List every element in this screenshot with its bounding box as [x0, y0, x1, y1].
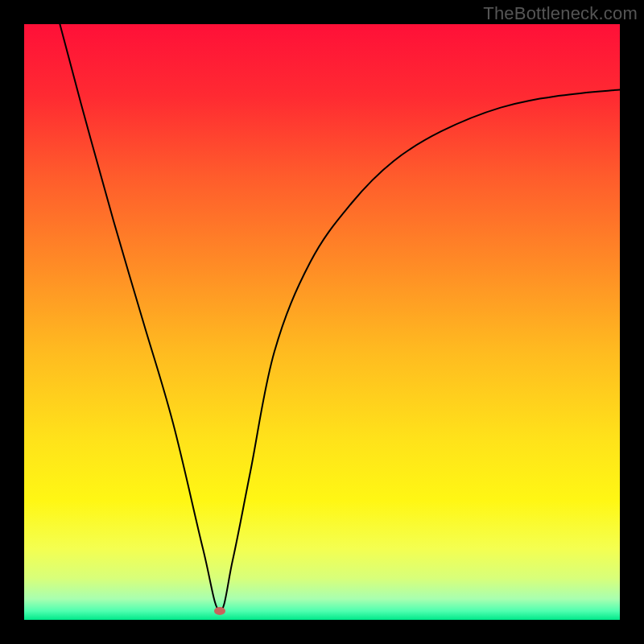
curve-path: [60, 24, 620, 611]
chart-frame: TheBottleneck.com: [0, 0, 644, 644]
watermark-text: TheBottleneck.com: [483, 3, 638, 24]
bottleneck-curve: [24, 24, 620, 620]
plot-area: [24, 24, 620, 620]
optimal-point-marker: [214, 607, 225, 615]
